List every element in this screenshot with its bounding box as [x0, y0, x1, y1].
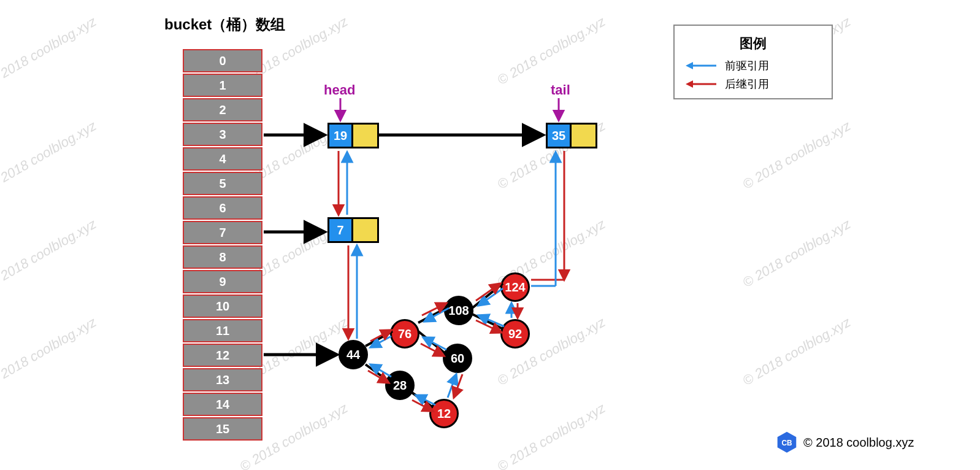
bucket-12: 12	[183, 344, 262, 367]
bucket-1: 1	[183, 74, 262, 97]
watermark: © 2018 coolblog.xyz	[495, 400, 608, 470]
list-node-mid-ptr	[353, 217, 379, 243]
tree-node-108: 108	[444, 296, 473, 325]
copyright-text: © 2018 coolblog.xyz	[803, 436, 914, 450]
watermark: © 2018 coolblog.xyz	[0, 216, 99, 291]
tree-node-44: 44	[339, 340, 368, 369]
list-node-mid-value: 7	[327, 217, 353, 243]
connections-overlay	[0, 0, 980, 470]
list-node-tail-ptr	[572, 123, 597, 148]
svg-line-20	[418, 331, 445, 353]
svg-line-37	[478, 315, 504, 326]
bucket-7: 7	[183, 221, 262, 244]
svg-line-19	[366, 364, 388, 380]
tree-node-12: 12	[429, 399, 459, 428]
legend-row-next: 后继引用	[681, 75, 825, 93]
tree-node-124: 124	[500, 272, 530, 302]
tree-node-60: 60	[443, 344, 472, 373]
legend-title: 图例	[681, 34, 825, 53]
legend-row-prev: 前驱引用	[681, 56, 825, 75]
legend-prev-label: 前驱引用	[725, 58, 769, 73]
svg-line-22	[472, 283, 503, 308]
bucket-11: 11	[183, 319, 262, 342]
watermark: © 2018 coolblog.xyz	[740, 314, 854, 389]
watermark: © 2018 coolblog.xyz	[740, 216, 854, 291]
list-node-tail: 35	[546, 123, 597, 148]
watermark: © 2018 coolblog.xyz	[0, 13, 99, 88]
next-arrow-icon	[686, 78, 716, 90]
copyright: CB © 2018 coolblog.xyz	[776, 431, 914, 454]
svg-line-38	[476, 320, 502, 333]
svg-line-36	[422, 303, 446, 315]
bucket-array: 0 1 2 3 4 5 6 7 8 9 10 11 12 13 14 15	[183, 49, 262, 442]
bucket-9: 9	[183, 270, 262, 293]
svg-marker-1	[686, 62, 693, 69]
prev-arrow-icon	[686, 60, 716, 72]
tree-node-28: 28	[385, 371, 415, 400]
bucket-14: 14	[183, 393, 262, 416]
list-node-head-value: 19	[327, 123, 353, 148]
bucket-10: 10	[183, 295, 262, 318]
list-node-mid: 7	[327, 217, 379, 243]
legend-next-label: 后继引用	[725, 77, 769, 91]
bucket-8: 8	[183, 245, 262, 269]
svg-line-24	[412, 393, 433, 407]
bucket-13: 13	[183, 368, 262, 391]
svg-line-23	[472, 314, 503, 329]
tail-label: tail	[551, 82, 570, 98]
svg-line-21	[418, 308, 446, 323]
list-node-head-ptr	[353, 123, 379, 148]
legend: 图例 前驱引用 后继引用	[673, 25, 833, 99]
svg-line-31	[423, 337, 446, 350]
svg-line-34	[454, 374, 462, 398]
svg-line-32	[421, 344, 444, 356]
bucket-15: 15	[183, 417, 262, 441]
diagram-stage: © 2018 coolblog.xyz © 2018 coolblog.xyz …	[0, 0, 980, 470]
bucket-6: 6	[183, 196, 262, 220]
bucket-3: 3	[183, 123, 262, 146]
svg-line-25	[370, 364, 391, 377]
bucket-0: 0	[183, 49, 262, 72]
bucket-5: 5	[183, 172, 262, 195]
list-node-tail-value: 35	[546, 123, 572, 148]
svg-line-29	[370, 336, 391, 347]
svg-text:CB: CB	[781, 439, 792, 447]
svg-line-33	[448, 374, 456, 398]
bucket-4: 4	[183, 147, 262, 171]
watermark: © 2018 coolblog.xyz	[0, 314, 99, 389]
watermark: © 2018 coolblog.xyz	[495, 13, 608, 88]
watermark: © 2018 coolblog.xyz	[740, 118, 854, 193]
head-label: head	[324, 82, 355, 98]
bucket-2: 2	[183, 98, 262, 121]
svg-marker-3	[686, 80, 693, 88]
svg-line-40	[476, 283, 500, 301]
cb-badge-icon: CB	[776, 431, 797, 454]
watermark: © 2018 coolblog.xyz	[0, 118, 99, 193]
svg-line-39	[478, 288, 503, 306]
diagram-title: bucket（桶）数组	[164, 15, 285, 34]
tree-node-76: 76	[390, 319, 419, 349]
list-node-head: 19	[327, 123, 379, 148]
svg-line-18	[366, 331, 392, 346]
tree-node-92: 92	[500, 319, 530, 349]
svg-line-30	[370, 330, 391, 341]
